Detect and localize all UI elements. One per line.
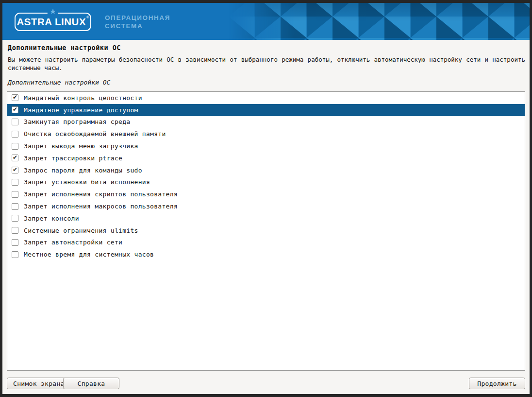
option-row[interactable]: Запрет автонастройки сети [7,237,525,249]
registered-mark: ® [86,15,89,19]
option-row[interactable]: ✔ Запрет трассировки ptrace [7,152,525,164]
option-label: Мандатный контроль целостности [24,94,142,102]
option-checkbox[interactable] [12,215,18,222]
logo-text: ASTRA LINUX® [17,16,89,28]
option-checkbox[interactable] [12,239,18,246]
continue-button[interactable]: Продолжить [469,378,525,389]
help-button[interactable]: Справка [63,378,119,389]
option-label: Системные ограничения ulimits [24,227,138,234]
option-checkbox[interactable] [12,179,18,186]
page-title: Дополнительные настройки ОС [8,44,121,52]
option-checkbox[interactable] [12,119,18,125]
option-label: Запрет установки бита исполнения [24,178,150,186]
option-row[interactable]: Местное время для системных часов [7,248,525,260]
option-row[interactable]: Запрет исполнения макросов пользователя [7,200,525,212]
option-row[interactable]: Запрет консоли [7,212,525,224]
astra-linux-logo: ★ ASTRA LINUX® [15,13,91,31]
installer-window: ★ ASTRA LINUX® ОПЕРАЦИОННАЯ СИСТЕМА Допо… [0,0,532,397]
option-label: Запрет исполнения скриптов пользователя [24,190,178,198]
product-name: ОПЕРАЦИОННАЯ СИСТЕМА [105,14,170,30]
option-checkbox[interactable]: ✔ [12,167,18,173]
options-list: ✔ Мандатный контроль целостности ✔ Манда… [7,91,525,371]
option-checkbox[interactable]: ✔ [12,94,18,101]
option-label: Запрет консоли [24,215,79,222]
option-row[interactable]: Запрет установки бита исполнения [7,176,525,189]
header-banner: ★ ASTRA LINUX® ОПЕРАЦИОННАЯ СИСТЕМА [2,3,530,40]
option-row[interactable]: Запрет вывода меню загрузчика [7,140,525,152]
option-row[interactable]: Запрет исполнения скриптов пользователя [7,188,525,200]
option-label: Запрет автонастройки сети [24,239,122,246]
option-label: Мандатное управление доступом [24,106,138,114]
checkmark-icon: ✔ [13,167,17,173]
option-checkbox[interactable]: ✔ [12,155,18,161]
product-name-line2: СИСТЕМА [105,22,170,30]
option-row[interactable]: ✔ Мандатное управление доступом [7,104,525,116]
option-checkbox[interactable] [12,191,18,198]
option-label: Запрет трассировки ptrace [24,155,122,162]
option-row[interactable]: Очистка освобождаемой внешней памяти [7,128,525,140]
product-name-line1: ОПЕРАЦИОННАЯ [105,14,170,22]
option-checkbox[interactable] [12,143,18,150]
option-label: Запрос пароля для команды sudo [24,167,142,174]
screenshot-button[interactable]: Снимок экрана [7,378,71,389]
checkmark-icon: ✔ [13,155,17,160]
content-area: Дополнительные настройки ОС Вы можете на… [2,40,530,394]
option-checkbox[interactable] [12,251,18,258]
option-label: Местное время для системных часов [24,251,154,258]
option-label: Замкнутая программная среда [24,118,130,125]
checkmark-icon: ✔ [13,94,17,100]
option-row[interactable]: Системные ограничения ulimits [7,224,525,237]
option-row[interactable]: Замкнутая программная среда [7,116,525,128]
option-label: Очистка освобождаемой внешней памяти [24,130,166,138]
header-diamond-pattern [229,3,530,40]
checkmark-icon: ✔ [13,106,17,112]
option-checkbox[interactable] [12,227,18,234]
option-checkbox[interactable] [12,203,18,210]
options-group-label: Дополнительные настройки ОС [8,79,110,86]
option-label: Запрет исполнения макросов пользователя [24,203,178,210]
option-row[interactable]: ✔ Мандатный контроль целостности [7,92,525,104]
option-label: Запрет вывода меню загрузчика [24,142,138,150]
option-checkbox[interactable] [12,131,18,138]
option-checkbox[interactable]: ✔ [12,106,18,113]
page-description: Вы можете настроить параметры безопаснос… [8,56,525,72]
option-row[interactable]: ✔ Запрос пароля для команды sudo [7,164,525,176]
astra-star-icon: ★ [48,8,58,16]
